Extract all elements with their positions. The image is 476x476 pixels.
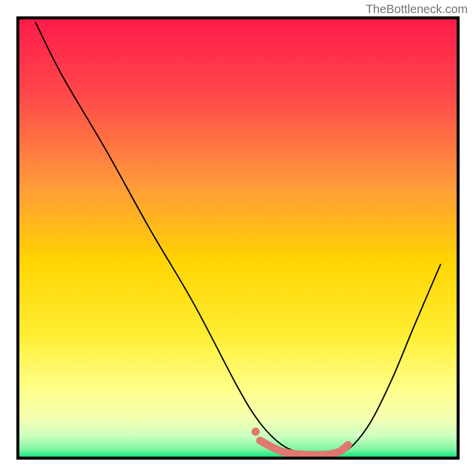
- bottleneck-chart: [0, 0, 476, 476]
- plot-background: [18, 18, 458, 458]
- highlight-dot: [252, 428, 260, 436]
- attribution-text: TheBottleneck.com: [366, 2, 468, 16]
